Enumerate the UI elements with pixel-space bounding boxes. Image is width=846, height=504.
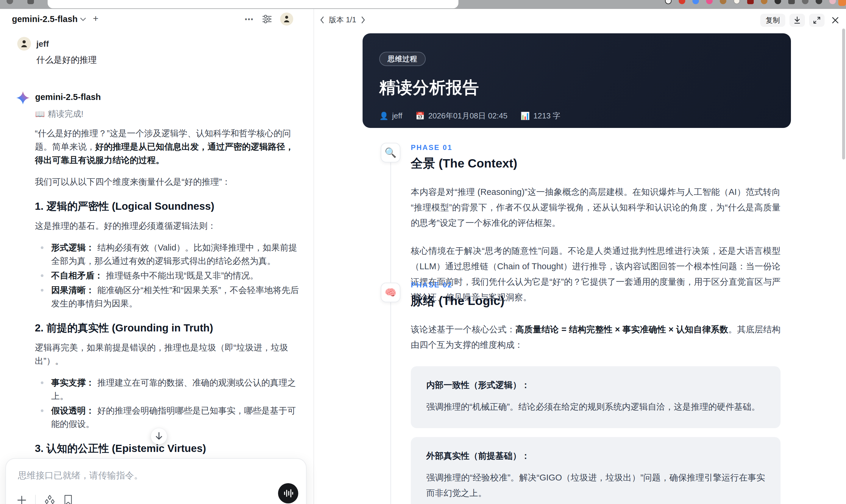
expand-button[interactable] [809, 14, 825, 27]
bullet-icon [41, 409, 43, 412]
browser-profile-avatar[interactable] [829, 0, 836, 4]
browser-url-bar[interactable] [48, 0, 458, 8]
report-meta: 👤jeff 📅2026年01月08日 02:45 📊1213 字 [379, 111, 774, 121]
card-text: 强调推理的“机械正确”。结论必须在给定的规则系统内逻辑自洽，这是推理的硬件基础。 [426, 399, 765, 414]
section-heading: 3. 认知的公正性 (Epistemic Virtues) [35, 442, 301, 455]
arrow-down-icon [155, 432, 163, 440]
close-icon [831, 16, 839, 24]
screen: gemini-2.5-flash + ⋯ [0, 0, 846, 504]
list-item: 假设透明：好的推理会明确指明哪些是已知事实，哪些是基于可能的假设。 [35, 404, 301, 431]
calendar-icon: 📅 [415, 112, 424, 120]
version-navigator: 版本 1/1 [319, 15, 366, 25]
assistant-name: gemini-2.5-flash [35, 92, 101, 102]
bullet-icon [41, 274, 43, 277]
attach-plus-icon[interactable] [17, 495, 27, 504]
report-badge: 思维过程 [379, 52, 426, 66]
phase-timeline [390, 143, 391, 504]
copy-button[interactable]: 复制 [760, 14, 785, 27]
brain-icon: 🧠 [381, 283, 400, 302]
browser-extension-icon[interactable] [802, 0, 809, 4]
phase-label: PHASE 02 [411, 281, 780, 289]
user-avatar[interactable] [280, 13, 293, 25]
list-item: 因果清晰：能准确区分“相关性”和“因果关系”，不会轻率地将先后发生的事情归为因果… [35, 284, 301, 310]
phase-title: 脉络 (The Logic) [411, 293, 780, 309]
browser-extension-icon[interactable] [747, 0, 754, 4]
browser-extension-icon[interactable] [720, 0, 726, 4]
card-title: 内部一致性（形式逻辑）： [426, 379, 765, 391]
card-text: 强调推理的“经验校准”。解决“GIGO（垃圾进，垃圾出）”问题，确保推理引擎运行… [426, 470, 765, 501]
chat-input[interactable]: 思维接口已就绪，请传输指令。 [18, 469, 143, 482]
chevron-right-icon[interactable] [360, 16, 366, 24]
phase-label: PHASE 01 [411, 143, 780, 152]
report-header-card: 思维过程 精读分析报告 👤jeff 📅2026年01月08日 02:45 📊12… [363, 33, 791, 128]
magnifier-icon: 🔍 [381, 143, 400, 162]
phase-2-section: PHASE 02 脉络 (The Logic) 该论述基于一个核心公式：高质量结… [411, 281, 780, 504]
model-selector[interactable]: gemini-2.5-flash [12, 14, 78, 24]
browser-toolbar [0, 0, 846, 9]
chat-input-container: 思维接口已就绪，请传输指令。 [5, 458, 306, 504]
voice-input-button[interactable] [278, 483, 298, 503]
chat-header: gemini-2.5-flash + ⋯ [0, 9, 314, 30]
browser-extension-icon[interactable] [775, 0, 781, 4]
close-button[interactable] [829, 14, 842, 27]
expand-icon [813, 16, 821, 24]
preview-pane: 版本 1/1 复制 [314, 9, 846, 504]
bullet-icon [41, 246, 43, 249]
card-title: 外部真实性（前提基础）： [426, 450, 765, 462]
input-toolbar [17, 494, 73, 504]
logic-card: 外部真实性（前提基础）： 强调推理的“经验校准”。解决“GIGO（垃圾进，垃圾出… [411, 437, 780, 504]
section-heading: 1. 逻辑的严密性 (Logical Soundness) [35, 199, 301, 213]
phase-paragraph: 本内容是对“推理 (Reasoning)”这一抽象概念的高层建模。在知识爆炸与人… [411, 184, 780, 231]
scrollbar-thumb[interactable] [842, 29, 845, 160]
paragraph: “什么是好的推理？”这是一个涉及逻辑学、认知科学和哲学核心的问题。简单来说，好的… [35, 127, 301, 167]
new-chat-button[interactable]: + [93, 13, 99, 24]
bookmark-icon[interactable] [64, 494, 73, 504]
browser-extension-icon[interactable] [679, 0, 685, 4]
waveform-icon [283, 488, 294, 499]
logic-cards: 内部一致性（形式逻辑）： 强调推理的“机械正确”。结论必须在给定的规则系统内逻辑… [411, 366, 780, 504]
browser-extensions-row [665, 0, 836, 4]
chat-pane: gemini-2.5-flash + ⋯ [0, 9, 314, 504]
section-heading: 2. 前提的真实性 (Grounding in Truth) [35, 321, 301, 335]
list-item: 形式逻辑：结构必须有效（Valid）。比如演绎推理中，如果前提全部为真，那么通过… [35, 241, 301, 268]
assistant-status: 📖精读完成! [35, 108, 83, 120]
sparkle-skills-icon[interactable] [44, 494, 55, 504]
assistant-message-body: “什么是好的推理？”这是一个涉及逻辑学、认知科学和哲学核心的问题。简单来说，好的… [35, 127, 301, 504]
browser-tabs-icon[interactable] [28, 0, 34, 4]
book-icon: 📖 [35, 109, 45, 119]
chevron-left-icon[interactable] [319, 16, 325, 24]
list-item: 不自相矛盾：推理链条中不能出现“既是又非”的情况。 [35, 269, 301, 282]
preview-actions: 复制 [760, 14, 842, 27]
download-button[interactable] [790, 14, 805, 27]
user-avatar [17, 37, 31, 51]
browser-extension-icon[interactable] [788, 0, 795, 4]
browser-reload-icon[interactable] [6, 0, 13, 4]
chevron-down-icon[interactable] [80, 17, 86, 21]
browser-extension-icon[interactable] [734, 0, 740, 4]
download-icon [793, 16, 801, 24]
paragraph: 我们可以从以下四个维度来衡量什么是“好的推理”： [35, 175, 301, 188]
tune-settings-icon[interactable] [262, 14, 272, 24]
browser-corner-icon[interactable] [838, 0, 846, 6]
phase-paragraph: 该论述基于一个核心公式：高质量结论 = 结构完整性 × 事实准确性 × 认知自律… [411, 322, 780, 353]
user-name: jeff [36, 39, 49, 49]
app-window: gemini-2.5-flash + ⋯ [0, 9, 846, 504]
user-icon: 👤 [379, 112, 388, 120]
browser-extension-icon[interactable] [816, 0, 822, 4]
logic-card: 内部一致性（形式逻辑）： 强调推理的“机械正确”。结论必须在给定的规则系统内逻辑… [411, 366, 780, 428]
more-options-icon[interactable]: ⋯ [244, 14, 254, 24]
report-author: 👤jeff [379, 111, 402, 121]
browser-extension-icon[interactable] [665, 0, 672, 4]
bar-chart-icon: 📊 [521, 112, 530, 120]
phase-title: 全景 (The Context) [411, 155, 780, 172]
section-lead: 逻辑再完美，如果前提是错误的，推理也是垃圾（即“垃圾进，垃圾出”）。 [35, 341, 301, 368]
browser-extension-icon[interactable] [706, 0, 712, 4]
list-item: 事实支撑：推理建立在可靠的数据、准确的观测或公认的真理之上。 [35, 376, 301, 403]
report-date: 📅2026年01月08日 02:45 [415, 111, 507, 121]
section-lead: 这是推理的基石。好的推理必须遵循逻辑法则： [35, 219, 301, 233]
bullet-icon [41, 381, 43, 384]
scroll-to-bottom-button[interactable] [151, 428, 167, 445]
browser-extension-icon[interactable] [692, 0, 699, 4]
browser-extension-icon[interactable] [761, 0, 768, 4]
version-label: 版本 1/1 [329, 15, 356, 25]
